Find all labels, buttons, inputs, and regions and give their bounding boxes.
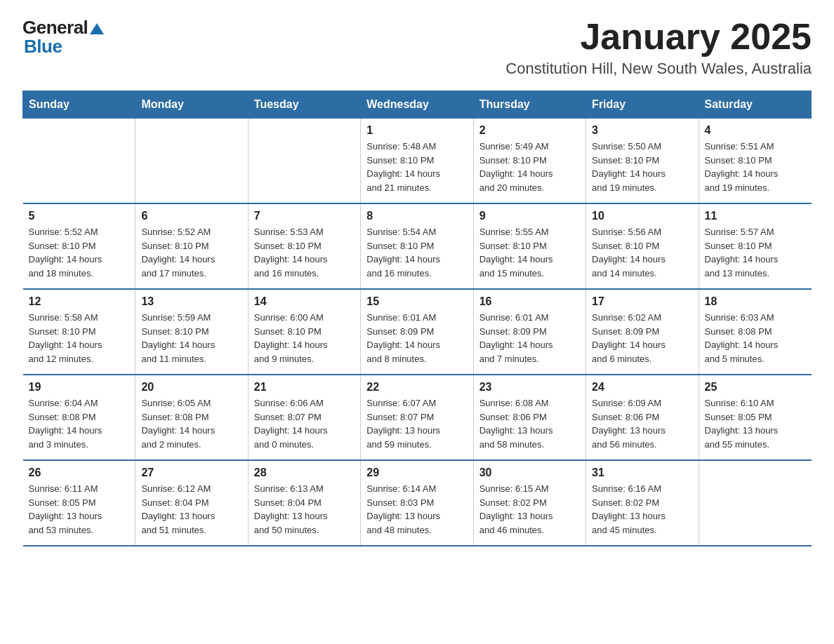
day-number: 6 [141, 210, 241, 222]
table-row: 4Sunrise: 5:51 AM Sunset: 8:10 PM Daylig… [699, 119, 811, 204]
table-row: 10Sunrise: 5:56 AM Sunset: 8:10 PM Dayli… [586, 203, 699, 289]
table-row: 27Sunrise: 6:12 AM Sunset: 8:04 PM Dayli… [135, 460, 248, 546]
day-number: 9 [479, 210, 580, 222]
col-wednesday: Wednesday [361, 91, 473, 119]
table-row: 6Sunrise: 5:52 AM Sunset: 8:10 PM Daylig… [135, 203, 248, 289]
logo-blue: Blue [24, 36, 62, 57]
day-info: Sunrise: 5:48 AM Sunset: 8:10 PM Dayligh… [366, 140, 467, 194]
table-row: 18Sunrise: 6:03 AM Sunset: 8:08 PM Dayli… [699, 289, 811, 375]
day-info: Sunrise: 5:58 AM Sunset: 8:10 PM Dayligh… [29, 311, 130, 365]
day-info: Sunrise: 6:12 AM Sunset: 8:04 PM Dayligh… [141, 482, 241, 537]
table-row: 13Sunrise: 5:59 AM Sunset: 8:10 PM Dayli… [135, 289, 248, 375]
day-number: 25 [705, 381, 806, 394]
title-block: January 2025 Constitution Hill, New Sout… [505, 17, 812, 78]
table-row [23, 119, 135, 204]
day-info: Sunrise: 6:01 AM Sunset: 8:09 PM Dayligh… [366, 311, 467, 365]
day-number: 15 [366, 295, 467, 308]
day-info: Sunrise: 6:00 AM Sunset: 8:10 PM Dayligh… [254, 311, 355, 365]
day-number: 4 [705, 124, 806, 137]
day-info: Sunrise: 6:15 AM Sunset: 8:02 PM Dayligh… [479, 482, 580, 537]
col-saturday: Saturday [699, 91, 811, 119]
table-row: 17Sunrise: 6:02 AM Sunset: 8:09 PM Dayli… [586, 289, 699, 375]
day-info: Sunrise: 6:14 AM Sunset: 8:03 PM Dayligh… [366, 482, 467, 537]
calendar-week-row: 5Sunrise: 5:52 AM Sunset: 8:10 PM Daylig… [23, 203, 812, 289]
table-row: 12Sunrise: 5:58 AM Sunset: 8:10 PM Dayli… [23, 289, 135, 375]
day-number: 7 [254, 210, 355, 222]
day-number: 10 [592, 210, 692, 222]
day-number: 29 [366, 467, 467, 479]
day-number: 3 [592, 124, 692, 137]
calendar-week-row: 19Sunrise: 6:04 AM Sunset: 8:08 PM Dayli… [23, 375, 812, 460]
day-number: 13 [141, 295, 241, 308]
col-sunday: Sunday [23, 91, 135, 119]
table-row: 26Sunrise: 6:11 AM Sunset: 8:05 PM Dayli… [23, 460, 135, 546]
day-number: 19 [29, 381, 130, 394]
day-info: Sunrise: 6:11 AM Sunset: 8:05 PM Dayligh… [29, 482, 130, 537]
day-number: 16 [479, 295, 580, 308]
day-info: Sunrise: 5:57 AM Sunset: 8:10 PM Dayligh… [705, 225, 806, 280]
day-number: 24 [592, 381, 692, 394]
col-tuesday: Tuesday [248, 91, 360, 119]
day-info: Sunrise: 5:54 AM Sunset: 8:10 PM Dayligh… [366, 225, 467, 280]
day-info: Sunrise: 5:50 AM Sunset: 8:10 PM Dayligh… [592, 140, 692, 194]
col-friday: Friday [586, 91, 699, 119]
table-row: 3Sunrise: 5:50 AM Sunset: 8:10 PM Daylig… [586, 119, 699, 204]
day-number: 18 [705, 295, 806, 308]
table-row: 25Sunrise: 6:10 AM Sunset: 8:05 PM Dayli… [699, 375, 811, 460]
table-row: 11Sunrise: 5:57 AM Sunset: 8:10 PM Dayli… [699, 203, 811, 289]
day-info: Sunrise: 5:53 AM Sunset: 8:10 PM Dayligh… [254, 225, 355, 280]
svg-marker-0 [90, 23, 104, 34]
day-info: Sunrise: 5:52 AM Sunset: 8:10 PM Dayligh… [141, 225, 241, 280]
day-info: Sunrise: 6:03 AM Sunset: 8:08 PM Dayligh… [705, 311, 806, 365]
table-row: 31Sunrise: 6:16 AM Sunset: 8:02 PM Dayli… [586, 460, 699, 546]
table-row: 1Sunrise: 5:48 AM Sunset: 8:10 PM Daylig… [361, 119, 473, 204]
table-row: 16Sunrise: 6:01 AM Sunset: 8:09 PM Dayli… [473, 289, 585, 375]
day-info: Sunrise: 5:49 AM Sunset: 8:10 PM Dayligh… [479, 140, 580, 194]
calendar-header-row: Sunday Monday Tuesday Wednesday Thursday… [23, 91, 812, 119]
table-row: 22Sunrise: 6:07 AM Sunset: 8:07 PM Dayli… [361, 375, 473, 460]
day-number: 8 [366, 210, 467, 222]
calendar-week-row: 26Sunrise: 6:11 AM Sunset: 8:05 PM Dayli… [23, 460, 812, 546]
day-info: Sunrise: 6:01 AM Sunset: 8:09 PM Dayligh… [479, 311, 580, 365]
day-info: Sunrise: 5:56 AM Sunset: 8:10 PM Dayligh… [592, 225, 692, 280]
day-info: Sunrise: 5:52 AM Sunset: 8:10 PM Dayligh… [29, 225, 130, 280]
day-number: 1 [366, 124, 467, 137]
day-info: Sunrise: 6:05 AM Sunset: 8:08 PM Dayligh… [141, 396, 241, 451]
day-info: Sunrise: 6:09 AM Sunset: 8:06 PM Dayligh… [592, 396, 692, 451]
day-number: 20 [141, 381, 241, 394]
day-number: 31 [592, 467, 692, 479]
location-title: Constitution Hill, New South Wales, Aust… [505, 60, 812, 78]
table-row: 15Sunrise: 6:01 AM Sunset: 8:09 PM Dayli… [361, 289, 473, 375]
table-row: 14Sunrise: 6:00 AM Sunset: 8:10 PM Dayli… [248, 289, 360, 375]
day-number: 2 [479, 124, 580, 137]
day-info: Sunrise: 6:06 AM Sunset: 8:07 PM Dayligh… [254, 396, 355, 451]
table-row: 29Sunrise: 6:14 AM Sunset: 8:03 PM Dayli… [361, 460, 473, 546]
day-info: Sunrise: 6:13 AM Sunset: 8:04 PM Dayligh… [254, 482, 355, 537]
day-info: Sunrise: 5:59 AM Sunset: 8:10 PM Dayligh… [141, 311, 241, 365]
table-row: 8Sunrise: 5:54 AM Sunset: 8:10 PM Daylig… [361, 203, 473, 289]
day-info: Sunrise: 6:04 AM Sunset: 8:08 PM Dayligh… [29, 396, 130, 451]
day-info: Sunrise: 6:07 AM Sunset: 8:07 PM Dayligh… [366, 396, 467, 451]
day-info: Sunrise: 5:51 AM Sunset: 8:10 PM Dayligh… [705, 140, 806, 194]
day-info: Sunrise: 6:08 AM Sunset: 8:06 PM Dayligh… [479, 396, 580, 451]
day-number: 28 [254, 467, 355, 479]
table-row: 19Sunrise: 6:04 AM Sunset: 8:08 PM Dayli… [23, 375, 135, 460]
day-number: 14 [254, 295, 355, 308]
table-row: 20Sunrise: 6:05 AM Sunset: 8:08 PM Dayli… [135, 375, 248, 460]
page-header: General Blue January 2025 Constitution H… [22, 17, 812, 78]
day-number: 17 [592, 295, 692, 308]
calendar-table: Sunday Monday Tuesday Wednesday Thursday… [22, 90, 812, 546]
day-number: 22 [366, 381, 467, 394]
table-row: 28Sunrise: 6:13 AM Sunset: 8:04 PM Dayli… [248, 460, 360, 546]
table-row: 24Sunrise: 6:09 AM Sunset: 8:06 PM Dayli… [586, 375, 699, 460]
day-info: Sunrise: 5:55 AM Sunset: 8:10 PM Dayligh… [479, 225, 580, 280]
calendar-week-row: 12Sunrise: 5:58 AM Sunset: 8:10 PM Dayli… [23, 289, 812, 375]
table-row: 9Sunrise: 5:55 AM Sunset: 8:10 PM Daylig… [473, 203, 585, 289]
table-row: 2Sunrise: 5:49 AM Sunset: 8:10 PM Daylig… [473, 119, 585, 204]
day-info: Sunrise: 6:16 AM Sunset: 8:02 PM Dayligh… [592, 482, 692, 537]
logo-triangle-icon [89, 22, 105, 36]
table-row [699, 460, 811, 546]
day-number: 21 [254, 381, 355, 394]
day-number: 27 [141, 467, 241, 479]
table-row: 30Sunrise: 6:15 AM Sunset: 8:02 PM Dayli… [473, 460, 585, 546]
